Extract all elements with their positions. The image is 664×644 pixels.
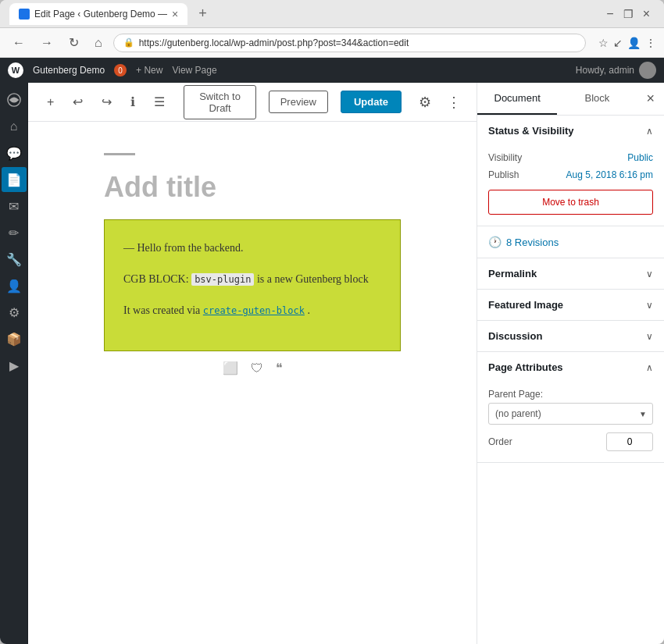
notifications-badge[interactable]: 0 [114, 64, 127, 76]
forward-btn[interactable]: → [36, 33, 58, 53]
tab-title: Edit Page ‹ Gutenberg Demo — [34, 9, 167, 20]
block-line3-suffix: . [305, 304, 310, 316]
status-visibility-title: Status & Visibility [488, 125, 646, 137]
sidebar-icon-tools[interactable]: 🔧 [2, 247, 27, 272]
site-name[interactable]: Gutenberg Demo [33, 65, 105, 76]
publish-label: Publish [488, 169, 519, 180]
order-field: Order [488, 432, 653, 451]
tab-favicon [19, 9, 30, 20]
page-attributes-title: Page Attributes [488, 361, 646, 373]
wp-logo[interactable]: W [8, 62, 23, 78]
discussion-title: Discussion [488, 330, 646, 342]
more-options-btn[interactable]: ⋮ [444, 89, 464, 116]
block-content[interactable]: — Hello from the backend. CGB BLOCK: bsv… [104, 219, 401, 351]
minimize-btn[interactable]: − [602, 7, 618, 21]
parent-page-select-wrapper: (no parent) ▼ [488, 403, 653, 425]
revisions-row[interactable]: 🕐 8 Revisions [477, 226, 664, 258]
list-view-btn[interactable]: ☰ [148, 90, 171, 114]
publish-date-link[interactable]: Aug 5, 2018 6:16 pm [566, 169, 653, 180]
order-input[interactable] [606, 432, 653, 451]
tab-close-btn[interactable]: × [172, 8, 178, 20]
featured-image-header[interactable]: Featured Image ∨ [477, 290, 664, 320]
download-btn[interactable]: ↙ [613, 37, 623, 49]
permalink-header[interactable]: Permalink ∨ [477, 258, 664, 289]
editor-area: + ↩ ↪ ℹ ☰ Switch to Draft Preview Update… [28, 83, 477, 644]
sidebar-icon-plugins[interactable]: 📦 [2, 326, 27, 351]
em-dash-text: — Hello from the backend. [123, 242, 244, 254]
view-page-btn[interactable]: View Page [172, 65, 216, 76]
visibility-row: Visibility Public [488, 152, 653, 163]
wp-adminbar: W Gutenberg Demo 0 + New View Page Howdy… [0, 58, 664, 83]
preview-btn[interactable]: Preview [269, 91, 328, 113]
align-btn[interactable]: ⬜ [223, 361, 238, 375]
wp-body: ⌂ 💬 📄 ✉ ✏ 🔧 👤 ⚙ 📦 ▶ + ↩ ↪ ℹ ☰ [0, 83, 664, 644]
user-avatar[interactable] [639, 62, 656, 79]
sidebar-icon-edit[interactable]: ✏ [2, 220, 27, 245]
new-tab-btn[interactable]: + [194, 5, 212, 22]
wp-sidebar: ⌂ 💬 📄 ✉ ✏ 🔧 👤 ⚙ 📦 ▶ [0, 83, 28, 644]
discussion-arrow: ∨ [646, 331, 653, 342]
address-bar-row: ← → ↻ ⌂ 🔒 https://gutenberg.local/wp-adm… [0, 28, 664, 58]
sidebar-icon-home[interactable]: ⌂ [2, 114, 27, 139]
reload-btn[interactable]: ↻ [64, 32, 84, 53]
discussion-section: Discussion ∨ [477, 321, 664, 352]
inline-code-1: bsv-plugin [191, 273, 254, 286]
sidebar-icon-settings[interactable]: ⚙ [2, 300, 27, 325]
back-btn[interactable]: ← [8, 33, 30, 53]
profile-btn[interactable]: 👤 [627, 37, 641, 49]
status-visibility-section: Status & Visibility ∧ Visibility Public … [477, 116, 664, 226]
panel-close-btn[interactable]: × [637, 83, 665, 115]
update-btn[interactable]: Update [341, 91, 402, 113]
tab-block[interactable]: Block [557, 83, 637, 115]
featured-image-arrow: ∨ [646, 300, 653, 311]
switch-to-draft-btn[interactable]: Switch to Draft [184, 85, 255, 119]
visibility-value[interactable]: Public [627, 152, 653, 163]
sidebar-icon-users[interactable]: 👤 [2, 273, 27, 298]
permalink-arrow: ∨ [646, 269, 653, 279]
block-prefix: CGB BLOCK: [123, 273, 191, 285]
block-line3-prefix: It was created via [123, 304, 203, 316]
revisions-icon: 🕐 [488, 236, 502, 248]
bookmark-btn[interactable]: ☆ [598, 37, 609, 49]
parent-page-select[interactable]: (no parent) [488, 403, 653, 425]
revisions-count[interactable]: 8 Revisions [506, 237, 559, 248]
publish-row: Publish Aug 5, 2018 6:16 pm [488, 169, 653, 180]
add-block-btn[interactable]: + [41, 91, 60, 114]
wp-admin: W Gutenberg Demo 0 + New View Page Howdy… [0, 58, 664, 644]
move-to-trash-btn[interactable]: Move to trash [488, 190, 653, 215]
restore-btn[interactable]: ❐ [619, 8, 638, 20]
home-btn[interactable]: ⌂ [90, 33, 107, 53]
editor-inner: Add title — Hello from the backend. CGB … [104, 153, 401, 613]
browser-titlebar: Edit Page ‹ Gutenberg Demo — × + − ❐ × [0, 0, 664, 28]
sidebar-icon-pages[interactable]: 📄 [2, 167, 27, 192]
address-bar[interactable]: 🔒 https://gutenberg.local/wp-admin/post.… [113, 34, 586, 52]
visibility-label: Visibility [488, 152, 522, 163]
discussion-header[interactable]: Discussion ∨ [477, 321, 664, 351]
menu-btn[interactable]: ⋮ [645, 37, 656, 49]
window-controls: − ❐ × [602, 7, 655, 21]
redo-btn[interactable]: ↪ [95, 90, 118, 114]
status-visibility-header[interactable]: Status & Visibility ∧ [477, 116, 664, 146]
sidebar-icon-comments[interactable]: 💬 [2, 141, 27, 165]
close-btn[interactable]: × [638, 7, 655, 21]
new-item-btn[interactable]: + New [136, 65, 162, 76]
page-attributes-header[interactable]: Page Attributes ∧ [477, 352, 664, 382]
browser-tab[interactable]: Edit Page ‹ Gutenberg Demo — × [9, 3, 187, 25]
settings-gear-btn[interactable]: ⚙ [412, 89, 437, 116]
undo-btn[interactable]: ↩ [66, 90, 89, 114]
info-btn[interactable]: ℹ [124, 90, 141, 114]
browser-window: Edit Page ‹ Gutenberg Demo — × + − ❐ × ←… [0, 0, 664, 644]
parent-page-label: Parent Page: [488, 389, 653, 400]
sidebar-icon-comments2[interactable]: ✉ [2, 194, 27, 219]
block-text-1: — Hello from the backend. [123, 239, 381, 258]
post-title-placeholder[interactable]: Add title [104, 171, 401, 204]
sidebar-icon-media[interactable]: ▶ [2, 353, 27, 378]
shield-btn[interactable]: 🛡 [251, 361, 263, 375]
page-attributes-section: Page Attributes ∧ Parent Page: (no paren… [477, 352, 664, 463]
quote-btn[interactable]: ❝ [276, 361, 283, 375]
address-actions: ☆ ↙ 👤 ⋮ [598, 37, 656, 49]
page-attributes-arrow: ∧ [646, 362, 653, 373]
tab-document[interactable]: Document [477, 83, 557, 115]
sidebar-icon-wp[interactable] [2, 87, 27, 112]
create-guten-block-link[interactable]: create-guten-block [203, 305, 305, 316]
